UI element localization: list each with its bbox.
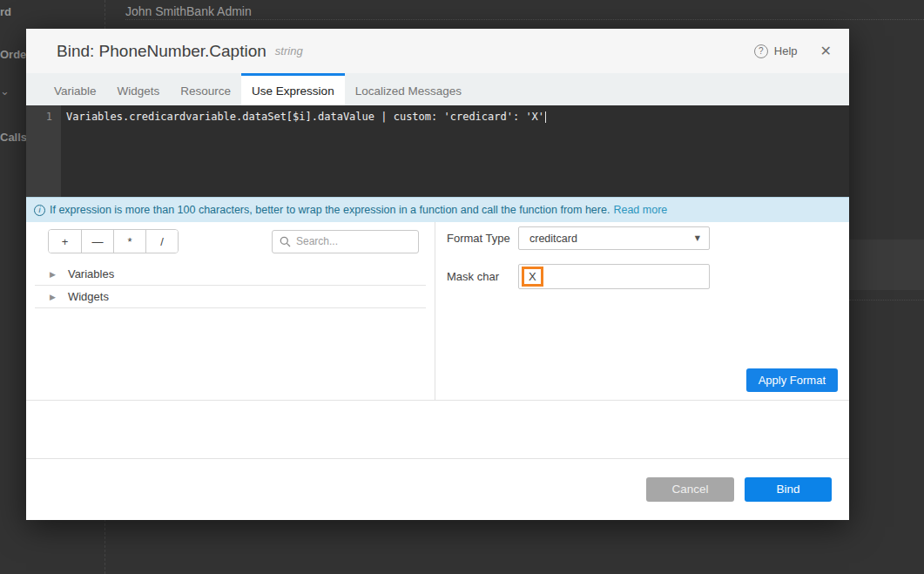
sidebar-item-dashboard: rd [0,5,11,18]
sidebar-item-calls: Calls [0,131,27,144]
chevron-right-icon[interactable]: ▶ [50,293,56,301]
info-icon: i [34,205,45,216]
format-type-label: Format Type [447,232,518,245]
tab-localized-messages[interactable]: Localized Messages [345,73,472,105]
tab-resource[interactable]: Resource [170,73,241,105]
format-panel: Format Type creditcard ▼ Mask char X App… [435,222,849,400]
mask-char-input[interactable]: X [518,264,710,289]
chevron-down-icon: ⌄ [0,84,10,98]
divide-operator-button[interactable]: / [145,230,178,253]
dialog-footer: Cancel Bind [26,458,849,519]
operator-button-group: + — * / [48,229,179,253]
close-icon[interactable]: ✕ [820,44,832,58]
tree-item-label: Widgets [68,290,109,303]
search-input[interactable] [296,235,411,247]
apply-format-button[interactable]: Apply Format [746,368,838,392]
cancel-button[interactable]: Cancel [646,477,734,502]
expression-helper-panel: + — * / ▶ Variables [26,222,435,400]
tab-variable[interactable]: Variable [44,73,107,105]
dialog-body: + — * / ▶ Variables [26,222,849,401]
tree-item-variables[interactable]: ▶ Variables [35,263,426,286]
search-box[interactable] [272,230,419,253]
expression-text: Variables.credicardvariable.dataSet[$i].… [66,111,544,123]
mask-char-label: Mask char [447,270,518,283]
multiply-operator-button[interactable]: * [113,230,145,253]
search-icon [280,236,291,247]
dialog-tab-bar: Variable Widgets Resource Use Expression… [26,73,849,105]
chevron-right-icon[interactable]: ▶ [50,270,56,279]
format-type-select[interactable]: creditcard ▼ [518,226,710,250]
minus-operator-button[interactable]: — [81,230,113,253]
bindables-tree: ▶ Variables ▶ Widgets [35,263,426,308]
page-user-header: John SmithBank Admin [125,4,252,18]
help-icon[interactable]: ? [754,44,768,58]
help-button[interactable]: Help [774,44,798,57]
bind-expression-dialog: Bind: PhoneNumber.Caption string ? Help … [26,29,849,520]
tab-widgets[interactable]: Widgets [107,73,171,105]
bind-button[interactable]: Bind [745,477,832,502]
read-more-link[interactable]: Read more [613,204,667,216]
dotted-border [125,19,924,20]
dialog-spacer [26,401,849,458]
editor-line-number: 1 [26,105,61,197]
tree-item-label: Variables [68,267,114,280]
info-banner-text: If expression is more than 100 character… [50,204,610,216]
dialog-title: Bind: PhoneNumber.Caption [57,42,266,61]
dialog-type-label: string [275,44,303,57]
tree-item-widgets[interactable]: ▶ Widgets [35,286,426,308]
mask-char-highlighted-value[interactable]: X [522,267,543,287]
format-type-value: creditcard [529,233,577,245]
info-banner: i If expression is more than 100 charact… [26,197,849,222]
editor-code-line[interactable]: Variables.credicardvariable.dataSet[$i].… [61,105,849,197]
background-panel-band [849,240,924,290]
text-caret [545,111,546,123]
dotted-border [849,300,924,301]
dropdown-arrow-icon: ▼ [695,234,700,242]
dialog-header: Bind: PhoneNumber.Caption string ? Help … [26,29,849,73]
tab-use-expression[interactable]: Use Expression [241,73,345,105]
expression-editor[interactable]: 1 Variables.credicardvariable.dataSet[$i… [26,105,849,197]
plus-operator-button[interactable]: + [49,230,81,253]
